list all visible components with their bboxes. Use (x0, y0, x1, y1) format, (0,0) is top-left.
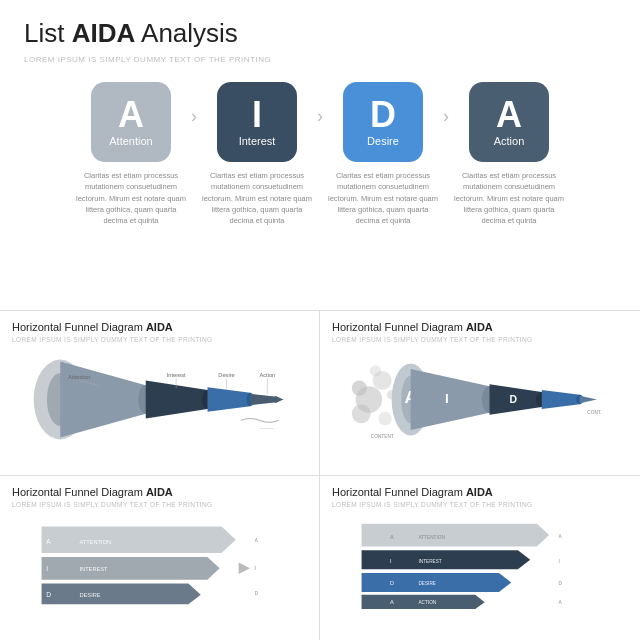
aida-letter-a1: A (118, 97, 144, 133)
svg-text:D: D (509, 394, 517, 405)
aida-letter-d: D (370, 97, 396, 133)
svg-text:~~~~~: ~~~~~ (259, 425, 273, 430)
aida-letter-i: I (252, 97, 262, 133)
diagram-subtitle-2: LOREM IPSUM IS SIMPLY DUMMY TEXT OF THE … (332, 336, 628, 343)
aida-item-action: A Action Claritas est etiam processus mu… (449, 82, 569, 226)
funnel-diagram-2: A I D CONT. CONTENT (332, 349, 628, 449)
aida-row: A Attention Claritas est etiam processus… (24, 82, 616, 226)
diagram-title-2: Horizontal Funnel Diagram AIDA (332, 321, 628, 333)
svg-text:ATTENTION: ATTENTION (418, 534, 445, 539)
aida-box-action: A Action (469, 82, 549, 162)
aida-item-interest: I Interest Claritas est etiam processus … (197, 82, 317, 226)
svg-text:Interest: Interest (166, 371, 185, 377)
diagram-cell-2: Horizontal Funnel Diagram AIDA LOREM IPS… (320, 311, 640, 476)
svg-text:A: A (390, 599, 394, 605)
aida-desc-interest: Claritas est etiam processus mutationem … (197, 170, 317, 226)
aida-desc-action: Claritas est etiam processus mutationem … (449, 170, 569, 226)
aida-letter-a2: A (496, 97, 522, 133)
diagram-subtitle-4: LOREM IPSUM IS SIMPLY DUMMY TEXT OF THE … (332, 501, 628, 508)
diagram-cell-3: Horizontal Funnel Diagram AIDA LOREM IPS… (0, 476, 320, 641)
svg-point-15 (352, 380, 367, 395)
svg-text:A: A (559, 600, 563, 605)
svg-text:Attention: Attention (68, 373, 90, 379)
svg-text:D: D (46, 590, 51, 597)
aida-item-attention: A Attention Claritas est etiam processus… (71, 82, 191, 226)
svg-text:INTEREST: INTEREST (79, 566, 108, 572)
diagram-subtitle-1: LOREM IPSUM IS SIMPLY DUMMY TEXT OF THE … (12, 336, 307, 343)
svg-text:I: I (46, 565, 48, 572)
aida-label-desire: Desire (367, 135, 399, 147)
top-section: List AIDA Analysis LOREM IPSUM IS SIMPLY… (0, 0, 640, 310)
svg-text:ATTENTION: ATTENTION (79, 538, 111, 544)
svg-text:Desire: Desire (218, 371, 234, 377)
svg-text:A: A (390, 533, 394, 539)
funnel-diagram-4: A ATTENTION I INTEREST D DESIRE A ACTION… (332, 514, 628, 614)
diagram-cell-4: Horizontal Funnel Diagram AIDA LOREM IPS… (320, 476, 640, 641)
aida-box-attention: A Attention (91, 82, 171, 162)
svg-text:D: D (254, 590, 258, 595)
svg-text:I: I (254, 566, 255, 571)
svg-text:DESIRE: DESIRE (79, 591, 100, 597)
diagram-title-1: Horizontal Funnel Diagram AIDA (12, 321, 307, 333)
svg-text:Action: Action (259, 371, 275, 377)
svg-text:D: D (559, 581, 563, 586)
svg-text:DESIRE: DESIRE (418, 581, 436, 586)
svg-text:CONT.: CONT. (587, 409, 601, 414)
diagram-title-4: Horizontal Funnel Diagram AIDA (332, 486, 628, 498)
svg-text:INTEREST: INTEREST (418, 558, 441, 563)
aida-desc-desire: Claritas est etiam processus mutationem … (323, 170, 443, 226)
svg-point-19 (370, 365, 381, 376)
aida-box-interest: I Interest (217, 82, 297, 162)
svg-point-17 (352, 404, 371, 423)
svg-text:I: I (559, 558, 560, 563)
diagram-subtitle-3: LOREM IPSUM IS SIMPLY DUMMY TEXT OF THE … (12, 501, 307, 508)
aida-box-desire: D Desire (343, 82, 423, 162)
svg-text:A: A (559, 533, 563, 538)
svg-point-18 (378, 411, 391, 424)
page-subtitle: LOREM IPSUM IS SIMPLY DUMMY TEXT OF THE … (24, 55, 616, 64)
svg-text:D: D (390, 580, 394, 586)
aida-label-interest: Interest (239, 135, 276, 147)
svg-text:A: A (254, 537, 258, 542)
diagram-grid: Horizontal Funnel Diagram AIDA LOREM IPS… (0, 310, 640, 640)
aida-item-desire: D Desire Claritas est etiam processus mu… (323, 82, 443, 226)
page-title: List AIDA Analysis (24, 18, 616, 49)
aida-label-action: Action (494, 135, 525, 147)
funnel-diagram-3: A ATTENTION I INTEREST D DESIRE A I D (12, 514, 307, 614)
svg-text:CONTENT: CONTENT (371, 433, 394, 438)
funnel-diagram-1: Attention Interest Desire Action ~~~~~ (12, 349, 307, 449)
diagram-cell-1: Horizontal Funnel Diagram AIDA LOREM IPS… (0, 311, 320, 476)
aida-label-attention: Attention (109, 135, 152, 147)
svg-text:ACTION: ACTION (418, 600, 436, 605)
aida-desc-attention: Claritas est etiam processus mutationem … (71, 170, 191, 226)
svg-text:A: A (46, 537, 51, 544)
svg-text:I: I (445, 391, 449, 406)
diagram-title-3: Horizontal Funnel Diagram AIDA (12, 486, 307, 498)
